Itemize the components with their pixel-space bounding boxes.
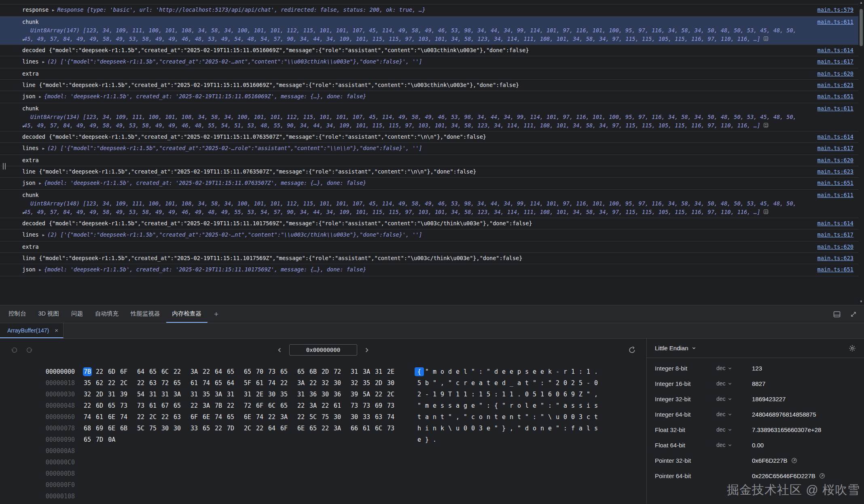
hex-byte[interactable]: 63	[174, 413, 181, 421]
ascii-char[interactable]: s	[569, 402, 577, 409]
hex-byte[interactable]: 22	[84, 402, 91, 409]
hex-byte[interactable]: 66	[351, 425, 358, 432]
source-link[interactable]: main.ts:623	[817, 81, 853, 89]
console-row[interactable]: lines▶(2) ['{"model":"deepseek-r1:1.5b",…	[0, 56, 858, 68]
hex-byte[interactable]: 5C	[309, 413, 317, 421]
expand-caret-icon[interactable]: ▶	[52, 8, 54, 12]
console-row[interactable]: decoded{"model":"deepseek-r1:1.5b","crea…	[0, 131, 858, 143]
ascii-char[interactable]: 0	[561, 379, 569, 387]
ascii-char[interactable]: s	[446, 402, 454, 409]
ascii-char[interactable]: .	[515, 391, 523, 398]
ascii-char[interactable]: "	[515, 425, 523, 432]
ascii-char[interactable]: r	[508, 402, 515, 409]
hex-byte[interactable]: 22	[297, 402, 305, 409]
ascii-char[interactable]: "	[415, 402, 423, 409]
source-link[interactable]: main.ts:651	[817, 179, 853, 187]
drawer-tab[interactable]: 性能监视器	[125, 305, 166, 323]
ascii-char[interactable]: -	[584, 379, 592, 387]
ascii-char[interactable]: 1	[569, 368, 577, 375]
hex-byte[interactable]: 30	[322, 391, 329, 398]
ascii-char[interactable]: 9	[438, 391, 446, 398]
source-link[interactable]: main.ts:611	[817, 191, 853, 199]
ascii-char[interactable]: T	[446, 391, 454, 398]
hex-byte[interactable]: 30	[351, 413, 358, 421]
console-row[interactable]: chunk▶Uint8Array(148) [123, 34, 109, 111…	[0, 190, 858, 218]
ascii-char[interactable]: t	[438, 413, 446, 421]
ascii-char[interactable]: t	[592, 413, 600, 421]
ascii-char[interactable]: h	[415, 425, 423, 432]
ascii-char[interactable]: 6	[546, 391, 554, 398]
ascii-char[interactable]: s	[523, 368, 531, 375]
hex-byte[interactable]: 73	[120, 402, 127, 409]
tab-arraybuffer[interactable]: ArrayBuffer(147) ×	[0, 323, 64, 338]
hex-byte[interactable]: 22	[174, 368, 181, 375]
console-row[interactable]: json▶{model: 'deepseek-r1:1.5b', created…	[0, 178, 858, 190]
hex-byte[interactable]: 6E	[108, 425, 115, 432]
format-select[interactable]: dec	[716, 396, 752, 402]
console-row[interactable]: line{"model":"deepseek-r1:1.5b","created…	[0, 166, 858, 178]
ascii-char[interactable]: 0	[561, 413, 569, 421]
hex-byte[interactable]: 6B	[120, 425, 127, 432]
hex-byte[interactable]: 31	[161, 391, 169, 398]
console-row[interactable]: chunk▶Uint8Array(147) [123, 34, 109, 111…	[0, 17, 858, 45]
ascii-char[interactable]: :	[492, 391, 500, 398]
hex-byte[interactable]: 61	[96, 413, 103, 421]
hex-byte[interactable]: 2C	[244, 425, 251, 432]
hex-byte[interactable]: 74	[84, 413, 91, 421]
hex-byte[interactable]: 35	[84, 379, 91, 387]
ascii-char[interactable]: 5	[577, 379, 584, 387]
source-link[interactable]: main.ts:611	[817, 18, 853, 26]
hex-byte[interactable]: 22	[309, 379, 317, 387]
scroll-up-icon[interactable]: ▲	[858, 1, 864, 4]
hex-byte[interactable]: 6F	[280, 425, 288, 432]
console-splitter-handle-icon[interactable]	[3, 163, 6, 169]
console-row[interactable]: chunk▶Uint8Array(134) [123, 34, 109, 111…	[0, 103, 858, 131]
hex-byte[interactable]: 65	[227, 368, 234, 375]
ascii-char[interactable]: t	[515, 413, 523, 421]
hex-byte[interactable]: 2C	[120, 379, 127, 387]
ascii-char[interactable]: ,	[454, 413, 462, 421]
ascii-char[interactable]: "	[554, 425, 561, 432]
hex-byte[interactable]: 31	[191, 391, 198, 398]
console-row[interactable]: json▶{model: 'deepseek-r1:1.5b', created…	[0, 91, 858, 103]
hex-byte[interactable]: 75	[322, 413, 329, 421]
hex-byte[interactable]: 2E	[256, 391, 263, 398]
ascii-char[interactable]: m	[431, 368, 438, 375]
ascii-char[interactable]: "	[462, 413, 469, 421]
hex-byte[interactable]: 65	[280, 368, 288, 375]
ascii-char[interactable]: t	[492, 413, 500, 421]
hex-byte[interactable]: 73	[351, 402, 358, 409]
hex-byte[interactable]: 73	[268, 368, 275, 375]
ascii-char[interactable]: t	[485, 379, 492, 387]
hex-byte[interactable]: 65	[149, 368, 157, 375]
ascii-char[interactable]: "	[423, 368, 431, 375]
hex-byte[interactable]: 74	[215, 413, 222, 421]
ascii-char[interactable]: o	[438, 368, 446, 375]
hex-byte[interactable]: 32	[351, 379, 358, 387]
hex-byte[interactable]: 0A	[108, 436, 115, 443]
hex-byte[interactable]: 30	[334, 379, 341, 387]
drawer-tab[interactable]: 问题	[65, 305, 89, 323]
hex-byte[interactable]: 35	[363, 379, 370, 387]
hex-byte[interactable]: 35	[280, 391, 288, 398]
hex-byte[interactable]: 65	[297, 368, 305, 375]
ascii-char[interactable]: 0	[569, 413, 577, 421]
hex-byte[interactable]: 6E	[244, 413, 251, 421]
hex-byte[interactable]: 6F	[120, 368, 127, 375]
hex-byte[interactable]: 22	[215, 425, 222, 432]
ascii-char[interactable]: 1	[500, 391, 508, 398]
ascii-char[interactable]: g	[462, 402, 469, 409]
ascii-char[interactable]: i	[423, 425, 431, 432]
ascii-char[interactable]: n	[431, 425, 438, 432]
hex-byte[interactable]: 22	[161, 413, 169, 421]
drawer-tab[interactable]: 3D 视图	[32, 305, 66, 323]
ascii-char[interactable]: o	[477, 413, 485, 421]
hex-byte[interactable]: 64	[268, 425, 275, 432]
hex-byte[interactable]: 22	[268, 413, 275, 421]
console-row[interactable]: extramain.ts:620	[0, 68, 858, 80]
ascii-char[interactable]: 0	[523, 391, 531, 398]
ascii-char[interactable]: e	[508, 368, 515, 375]
ascii-char[interactable]: "	[554, 402, 561, 409]
ascii-char[interactable]: 3	[577, 413, 584, 421]
console-row[interactable]: decoded{"model":"deepseek-r1:1.5b","crea…	[0, 218, 858, 229]
